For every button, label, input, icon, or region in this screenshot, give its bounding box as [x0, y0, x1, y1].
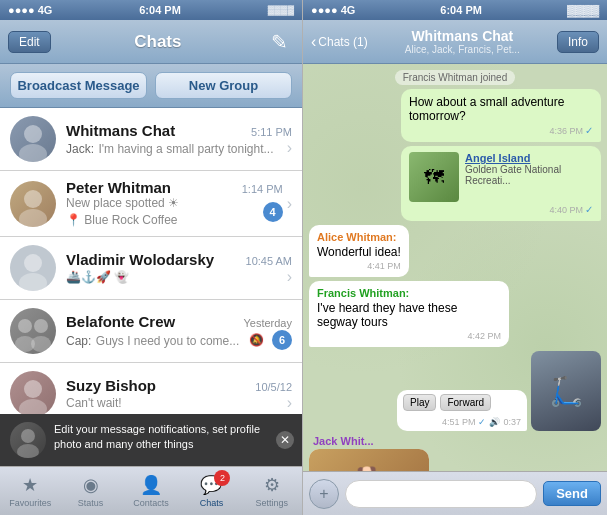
svg-point-3: [19, 209, 47, 227]
chat-item-suzy[interactable]: Suzy Bishop 10/5/12 Can't wait! ›: [0, 363, 302, 414]
segway-image: 🛴: [531, 351, 601, 431]
back-label: Chats (1): [318, 35, 367, 49]
tooltip-bar: Edit your message notifications, set pro…: [0, 414, 302, 466]
chat-msg-vladimir: 🚢⚓🚀 👻: [66, 270, 129, 284]
chat-name-belafonte: Belafonte Crew: [66, 313, 175, 330]
chat-msg-peter: 📍 Blue Rock Coffee: [66, 213, 178, 227]
tab-status[interactable]: ◉ Status: [60, 467, 120, 515]
image-download-container: Jack Whit... 🐕 Download image 9 KB: [309, 435, 601, 471]
media-bubble: Play Forward 4:51 PM ✓ 🔊 0:37: [397, 390, 527, 431]
chat-area: Francis Whitman joined How about a small…: [303, 64, 607, 471]
signal-right: ●●●● 4G: [311, 4, 355, 16]
chat-time-suzy: 10/5/12: [255, 381, 292, 393]
back-button[interactable]: ‹ Chats (1): [311, 33, 368, 51]
status-icon: ◉: [83, 474, 99, 496]
media-row: Play Forward 4:51 PM ✓ 🔊 0:37 🛴: [397, 351, 601, 431]
tab-label-contacts: Contacts: [133, 498, 169, 508]
link-thumbnail: 🗺: [409, 152, 459, 202]
chat-info-whitmans: Whitmans Chat 5:11 PM Jack: I'm having a…: [66, 122, 292, 157]
tab-label-favourites: Favourites: [9, 498, 51, 508]
chat-time-vladimir: 10:45 AM: [246, 255, 292, 267]
chevron-vladimir: ›: [287, 268, 292, 286]
svg-point-12: [21, 429, 35, 443]
badge-peter: 4: [263, 202, 283, 222]
media-duration: 0:37: [503, 417, 521, 427]
media-controls: Play Forward: [397, 390, 527, 415]
chat-item-belafonte[interactable]: Belafonte Crew Yesterday Cap: Guys I nee…: [0, 300, 302, 363]
chat-time-peter: 1:14 PM: [242, 183, 283, 195]
play-button[interactable]: Play: [403, 394, 436, 411]
chat-item-peter[interactable]: Peter Whitman 1:14 PM New place spotted …: [0, 171, 302, 237]
tooltip-close-button[interactable]: ✕: [276, 431, 294, 449]
input-bar: + Send: [303, 471, 607, 515]
time-right: 6:04 PM: [440, 4, 482, 16]
edit-button[interactable]: Edit: [8, 31, 51, 53]
bubble-time-link: 4:40 PM: [549, 205, 583, 215]
tab-settings[interactable]: ⚙ Settings: [242, 467, 302, 515]
link-desc: Golden Gate National Recreati...: [465, 164, 593, 186]
avatar-vladimir: [10, 245, 56, 291]
attach-button[interactable]: +: [309, 479, 339, 509]
bubble-time-adventure: 4:36 PM: [549, 126, 583, 136]
svg-point-4: [24, 254, 42, 272]
star-icon: ★: [22, 474, 38, 496]
svg-point-0: [24, 125, 42, 143]
chevron-whitmans: ›: [287, 139, 292, 157]
badge-belafonte: 6: [272, 330, 292, 350]
link-title[interactable]: Angel Island: [465, 152, 593, 164]
bubble-text-adventure: How about a small adventure tomorrow?: [409, 95, 564, 123]
contacts-icon: 👤: [140, 474, 162, 496]
chat-item-vladimir[interactable]: Vladimir Wolodarsky 10:45 AM 🚢⚓🚀 👻 ›: [0, 237, 302, 300]
battery-right: ▓▓▓▓: [567, 4, 599, 16]
forward-button[interactable]: Forward: [440, 394, 491, 411]
svg-point-13: [17, 444, 39, 458]
chat-title-area: Whitmans Chat Alice, Jack, Francis, Pet.…: [372, 28, 553, 55]
chat-name-whitmans: Whitmans Chat: [66, 122, 175, 139]
battery-left: ▓▓▓▓: [268, 5, 294, 15]
send-button[interactable]: Send: [543, 481, 601, 506]
chats-badge-count: 2: [214, 470, 230, 486]
chat-subtitle: Alice, Jack, Francis, Pet...: [372, 44, 553, 55]
chevron-suzy: ›: [287, 394, 292, 412]
compose-button[interactable]: ✎: [265, 28, 294, 56]
chat-sender-belafonte: Cap:: [66, 334, 91, 348]
info-button[interactable]: Info: [557, 31, 599, 53]
tab-label-settings: Settings: [256, 498, 289, 508]
chat-info-peter: Peter Whitman 1:14 PM New place spotted …: [66, 179, 283, 228]
back-chevron-icon: ‹: [311, 33, 316, 51]
chat-msg-whitmans: I'm having a small party tonight...: [98, 142, 273, 156]
avatar-peter: [10, 181, 56, 227]
tab-contacts[interactable]: 👤 Contacts: [121, 467, 181, 515]
avatar-last: [10, 422, 46, 458]
message-input[interactable]: [345, 480, 537, 508]
chats-title: Chats: [134, 32, 181, 52]
check-media: ✓: [478, 417, 486, 427]
status-bar-right: ●●●● 4G 6:04 PM ▓▓▓▓: [303, 0, 607, 20]
bubble-link: 🗺 Angel Island Golden Gate National Recr…: [401, 146, 601, 221]
system-message: Francis Whitman joined: [395, 70, 515, 85]
new-group-button[interactable]: New Group: [155, 72, 292, 99]
action-buttons-row: Broadcast Message New Group: [0, 64, 302, 108]
tab-favourites[interactable]: ★ Favourites: [0, 467, 60, 515]
bubble-adventure: How about a small adventure tomorrow? 4:…: [401, 89, 601, 142]
chat-time-belafonte: Yesterday: [243, 317, 292, 329]
muted-icon: 🔕: [249, 333, 264, 347]
signal-left: ●●●● 4G: [8, 4, 52, 16]
svg-point-9: [31, 336, 51, 352]
broadcast-button[interactable]: Broadcast Message: [10, 72, 147, 99]
status-bar-left: ●●●● 4G 6:04 PM ▓▓▓▓: [0, 0, 302, 20]
check-adventure: ✓: [585, 125, 593, 136]
bubble-time-alice: 4:41 PM: [367, 261, 401, 271]
chat-item-whitmans[interactable]: Whitmans Chat 5:11 PM Jack: I'm having a…: [0, 108, 302, 171]
image-download-bubble: 🐕 Download image 9 KB: [309, 449, 429, 471]
svg-point-6: [18, 319, 32, 333]
svg-point-2: [24, 190, 42, 208]
media-time-row: 4:51 PM ✓ 🔊 0:37: [397, 415, 527, 431]
bubble-alice: Alice Whitman: Wonderful idea! 4:41 PM: [309, 225, 409, 277]
avatar-belafonte: [10, 308, 56, 354]
sender-jack: Jack Whit...: [313, 435, 601, 447]
nav-bar-left: Edit Chats ✎: [0, 20, 302, 64]
chat-info-vladimir: Vladimir Wolodarsky 10:45 AM 🚢⚓🚀 👻 ›: [66, 251, 292, 286]
bubble-time-francis: 4:42 PM: [467, 331, 501, 341]
tab-chats[interactable]: 💬 2 Chats: [181, 467, 241, 515]
